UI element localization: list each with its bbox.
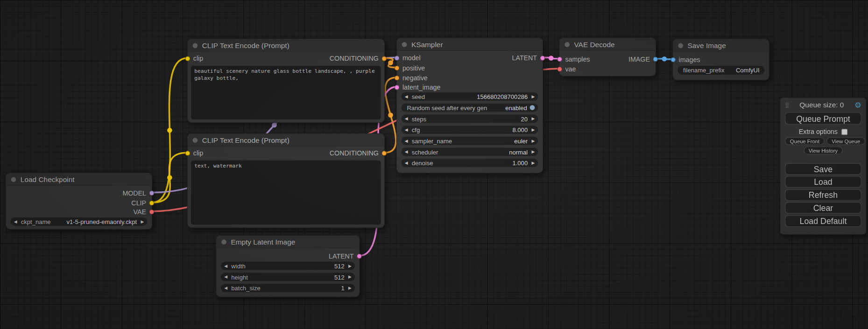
load-button[interactable]: Load [785, 176, 861, 188]
input-slot-latent-image[interactable]: latent_image [397, 84, 543, 91]
decrement-arrow-icon[interactable] [403, 149, 409, 154]
input-slot-positive[interactable]: positive [397, 64, 543, 72]
images-input-dot[interactable] [670, 57, 676, 63]
increment-arrow-icon[interactable] [530, 116, 536, 121]
output-slot-latent[interactable]: LATENT [217, 252, 360, 260]
output-slot-clip[interactable]: CLIP [6, 199, 152, 207]
queue-menu-panel[interactable]: ⣿ Queue size: 0 ⚙ Queue Prompt Extra opt… [780, 98, 867, 235]
save-button[interactable]: Save [785, 163, 861, 175]
refresh-button[interactable]: Refresh [785, 189, 861, 201]
latent-output-dot[interactable] [357, 254, 362, 259]
widget-batch-size[interactable]: batch_size 1 [221, 284, 355, 292]
increment-arrow-icon[interactable] [530, 94, 536, 99]
conditioning-output-dot[interactable] [381, 151, 387, 156]
collapse-dot-icon[interactable] [221, 239, 226, 245]
link-midpoint-dot[interactable] [167, 175, 172, 180]
prompt-textarea[interactable]: beautiful scenery nature glass bottle la… [191, 66, 381, 119]
node-load-checkpoint[interactable]: Load Checkpoint MODEL CLIP VAE ckpt_name… [6, 173, 152, 230]
widget-steps[interactable]: steps 20 [402, 114, 538, 123]
latent-output-dot[interactable] [540, 56, 545, 61]
node-clip-text-encode-positive[interactable]: CLIP Text Encode (Prompt) clip CONDITION… [187, 39, 385, 123]
view-history-button[interactable]: View History [804, 147, 843, 154]
output-slot-model[interactable]: MODEL [6, 189, 152, 197]
decrement-arrow-icon[interactable] [403, 138, 409, 143]
collapse-dot-icon[interactable] [678, 43, 683, 48]
widget-ckpt-name[interactable]: ckpt_name v1-5-pruned-emaonly.ckpt [11, 217, 148, 226]
view-queue-button[interactable]: View Queue [827, 137, 866, 145]
clip-output-dot[interactable] [149, 201, 155, 206]
node-header[interactable]: Load Checkpoint [6, 173, 152, 186]
widget-sampler-name[interactable]: sampler_name euler [402, 137, 538, 145]
collapse-dot-icon[interactable] [193, 43, 198, 48]
decrement-arrow-icon[interactable] [13, 219, 18, 224]
model-output-dot[interactable] [149, 190, 155, 196]
increment-arrow-icon[interactable] [530, 149, 536, 154]
increment-arrow-icon[interactable] [530, 161, 536, 166]
model-input-dot[interactable] [395, 56, 400, 61]
node-header[interactable]: Empty Latent Image [217, 236, 360, 248]
node-header[interactable]: CLIP Text Encode (Prompt) [188, 39, 384, 52]
node-save-image[interactable]: Save Image images filename_prefix ComfyU… [673, 39, 769, 80]
decrement-arrow-icon[interactable] [403, 94, 409, 99]
clip-input-dot[interactable] [185, 56, 191, 61]
decrement-arrow-icon[interactable] [223, 263, 229, 268]
graph-canvas[interactable]: Load Checkpoint MODEL CLIP VAE ckpt_name… [0, 0, 868, 329]
image-output-dot[interactable] [653, 57, 658, 62]
widget-seed[interactable]: seed 156680208700286 [402, 92, 538, 101]
load-default-button[interactable]: Load Default [785, 215, 861, 227]
input-slot-negative[interactable]: negative [397, 74, 543, 82]
increment-arrow-icon[interactable] [347, 274, 353, 280]
node-vae-decode[interactable]: VAE Decode samples IMAGE vae [559, 38, 656, 77]
increment-arrow-icon[interactable] [347, 286, 353, 291]
node-header[interactable]: Save Image [673, 39, 769, 52]
widget-width[interactable]: width 512 [221, 262, 355, 270]
collapse-dot-icon[interactable] [565, 42, 570, 47]
link-midpoint-dot[interactable] [662, 56, 667, 62]
decrement-arrow-icon[interactable] [223, 286, 229, 291]
link-midpoint-dot[interactable] [167, 128, 172, 133]
increment-arrow-icon[interactable] [347, 263, 353, 268]
input-slot-vae[interactable]: vae [560, 65, 656, 73]
output-slot-vae[interactable]: VAE [6, 208, 152, 216]
drag-handle-icon[interactable]: ⣿ [785, 102, 789, 108]
vae-output-dot[interactable] [149, 210, 155, 215]
toggle-indicator-icon[interactable] [530, 105, 535, 110]
queue-front-button[interactable]: Queue Front [785, 137, 825, 145]
widget-control-after-generate[interactable]: Random seed after every gen enabled [402, 104, 538, 112]
widget-scheduler[interactable]: scheduler normal [402, 148, 538, 156]
conditioning-output-dot[interactable] [381, 56, 387, 61]
clear-button[interactable]: Clear [785, 202, 861, 214]
clip-input-dot[interactable] [185, 151, 191, 156]
widget-filename-prefix[interactable]: filename_prefix ComfyUI [677, 66, 764, 75]
increment-arrow-icon[interactable] [530, 138, 536, 143]
settings-gear-icon[interactable]: ⚙ [854, 101, 861, 109]
collapse-dot-icon[interactable] [193, 138, 198, 143]
node-header[interactable]: KSampler [397, 38, 543, 51]
latent-image-input-dot[interactable] [395, 85, 400, 90]
link-midpoint-dot[interactable] [388, 60, 393, 65]
widget-cfg[interactable]: cfg 8.000 [402, 126, 538, 134]
decrement-arrow-icon[interactable] [223, 274, 229, 280]
link-midpoint-dot[interactable] [549, 56, 554, 61]
negative-input-dot[interactable] [395, 76, 400, 81]
positive-input-dot[interactable] [395, 65, 400, 70]
decrement-arrow-icon[interactable] [403, 161, 409, 166]
vae-input-dot[interactable] [557, 67, 562, 72]
prompt-textarea[interactable]: text, watermark [191, 161, 381, 225]
widget-height[interactable]: height 512 [221, 273, 355, 281]
decrement-arrow-icon[interactable] [403, 127, 409, 133]
queue-prompt-button[interactable]: Queue Prompt [785, 112, 861, 125]
collapse-dot-icon[interactable] [402, 42, 407, 47]
node-header[interactable]: CLIP Text Encode (Prompt) [188, 134, 384, 147]
samples-input-dot[interactable] [557, 57, 562, 62]
link-midpoint-dot[interactable] [272, 123, 277, 128]
decrement-arrow-icon[interactable] [403, 116, 409, 121]
collapse-dot-icon[interactable] [11, 177, 16, 182]
increment-arrow-icon[interactable] [530, 127, 536, 133]
increment-arrow-icon[interactable] [140, 219, 145, 224]
widget-denoise[interactable]: denoise 1.000 [402, 159, 538, 167]
node-empty-latent-image[interactable]: Empty Latent Image LATENT width 512 heig… [216, 235, 360, 297]
input-slot-images[interactable]: images [673, 56, 769, 64]
node-header[interactable]: VAE Decode [560, 38, 656, 51]
link-midpoint-dot[interactable] [388, 112, 393, 118]
